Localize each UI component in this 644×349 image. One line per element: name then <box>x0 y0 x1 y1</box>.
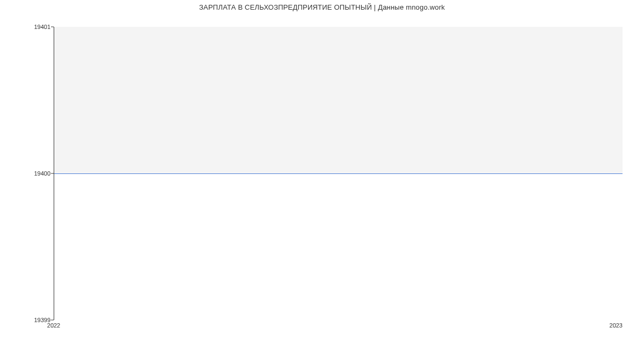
chart-container: ЗАРПЛАТА В СЕЛЬХОЗПРЕДПРИЯТИЕ ОПЫТНЫЙ | … <box>0 0 644 349</box>
xtick-label: 2023 <box>610 322 623 329</box>
ytick-label: 19400 <box>34 170 50 177</box>
ytick-label: 19401 <box>34 24 50 30</box>
area-fill <box>54 27 623 173</box>
xtick-label: 2022 <box>47 322 60 329</box>
chart-title: ЗАРПЛАТА В СЕЛЬХОЗПРЕДПРИЯТИЕ ОПЫТНЫЙ | … <box>0 3 644 11</box>
data-line <box>54 173 623 174</box>
plot-area <box>54 27 623 320</box>
